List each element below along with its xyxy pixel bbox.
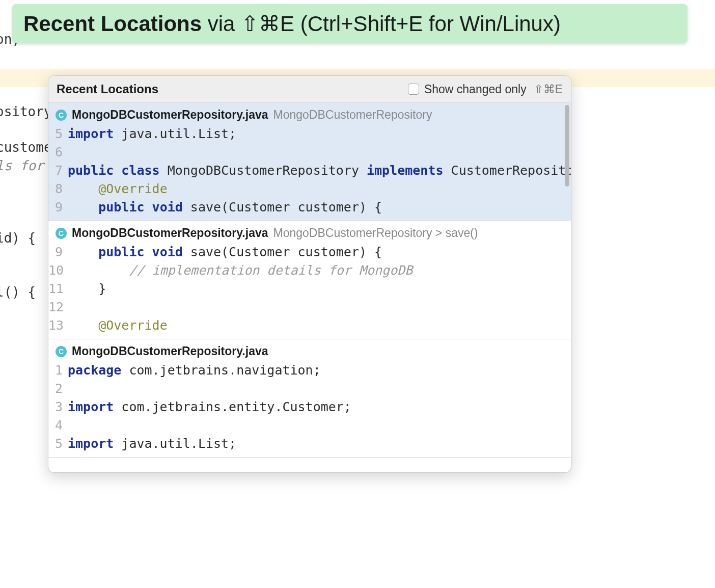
line-number: 4 xyxy=(48,416,68,435)
line-number: 6 xyxy=(48,143,68,162)
line-number: 8 xyxy=(48,180,68,198)
line-number: 9 xyxy=(48,243,68,261)
entry-header: CMongoDBCustomerRepository.java xyxy=(48,339,571,360)
code-line: 2 xyxy=(48,380,571,398)
code-line: 13 @Override xyxy=(48,316,571,335)
code-line: 9 public void save(Customer customer) { xyxy=(48,198,571,217)
line-number: 12 xyxy=(48,298,68,316)
class-icon: C xyxy=(56,228,67,239)
code-line: 9 public void save(Customer customer) { xyxy=(48,243,571,261)
line-number: 1 xyxy=(48,361,68,380)
banner-title-bold: Recent Locations xyxy=(23,12,202,36)
class-icon: C xyxy=(56,110,67,121)
tip-banner: Recent Locations via ⇧⌘E (Ctrl+Shift+E f… xyxy=(12,4,688,43)
code-line: 8 @Override xyxy=(48,180,571,198)
code-content: import com.jetbrains.entity.Customer; xyxy=(68,398,351,416)
entry-header: CMongoDBCustomerRepository.javaMongoDBCu… xyxy=(48,221,571,242)
entry-header: CMongoDBCustomerRepository.javaMongoDBCu… xyxy=(48,103,571,124)
code-line: 3import com.jetbrains.entity.Customer; xyxy=(48,398,571,416)
location-entry[interactable]: CMongoDBCustomerRepository.javaMongoDBCu… xyxy=(48,221,571,339)
bg-code-fragment: ls for xyxy=(0,158,44,173)
code-line: 7public class MongoDBCustomerRepository … xyxy=(48,162,571,180)
line-number: 2 xyxy=(48,380,68,398)
code-line: 5import java.util.List; xyxy=(48,435,571,453)
code-content: public void save(Customer customer) { xyxy=(68,243,382,261)
line-number: 3 xyxy=(48,398,68,416)
code-content: import java.util.List; xyxy=(68,435,236,453)
show-changed-only-label: Show changed only xyxy=(424,83,527,96)
code-line: 1package com.jetbrains.navigation; xyxy=(48,361,571,380)
location-entry[interactable]: CMongoDBCustomerRepository.java1package … xyxy=(48,339,571,458)
code-line: 12 xyxy=(48,298,571,316)
code-block: 5import java.util.List;67public class Mo… xyxy=(48,124,571,221)
popup-header: Recent Locations Show changed only ⇧⌘E xyxy=(48,76,571,103)
line-number: 13 xyxy=(48,316,68,335)
show-changed-only-checkbox[interactable] xyxy=(408,84,419,95)
bg-code-fragment: l() { xyxy=(0,284,36,300)
code-content: // implementation details for MongoDB xyxy=(68,261,413,280)
code-content: @Override xyxy=(68,316,168,335)
recent-locations-popup: Recent Locations Show changed only ⇧⌘E C… xyxy=(48,75,571,473)
line-number: 10 xyxy=(48,261,68,280)
code-content: public void save(Customer customer) { xyxy=(68,198,382,217)
line-number: 9 xyxy=(48,198,68,217)
code-content: package com.jetbrains.navigation; xyxy=(68,361,321,380)
line-number: 5 xyxy=(48,435,68,453)
code-content: public class MongoDBCustomerRepository i… xyxy=(68,162,571,180)
location-entry[interactable]: CMongoDBCustomerRepository.javaMongoDBCu… xyxy=(48,103,571,221)
code-line: 5import java.util.List; xyxy=(48,125,571,143)
show-changed-only-shortcut: ⇧⌘E xyxy=(534,83,563,96)
code-block: 9 public void save(Customer customer) {1… xyxy=(48,242,571,339)
class-icon: C xyxy=(56,346,67,357)
code-line: 10 // implementation details for MongoDB xyxy=(48,261,571,280)
code-content: import java.util.List; xyxy=(68,125,236,143)
line-number: 11 xyxy=(48,280,68,298)
line-number: 5 xyxy=(48,125,68,143)
entry-filename: MongoDBCustomerRepository.java xyxy=(72,108,268,122)
bg-code-fragment: id) { xyxy=(0,230,36,246)
code-content: @Override xyxy=(68,180,168,198)
entry-filename: MongoDBCustomerRepository.java xyxy=(72,226,268,240)
entry-breadcrumb: MongoDBCustomerRepository > save() xyxy=(273,226,478,240)
code-content: } xyxy=(68,280,106,298)
bg-code-fragment: ository xyxy=(0,104,52,119)
banner-title-rest: via ⇧⌘E (Ctrl+Shift+E for Win/Linux) xyxy=(202,12,561,36)
entry-breadcrumb: MongoDBCustomerRepository xyxy=(273,108,432,122)
code-line: 11 } xyxy=(48,280,571,298)
code-line: 6 xyxy=(48,143,571,162)
code-line: 4 xyxy=(48,416,571,435)
scrollbar-thumb[interactable] xyxy=(565,105,569,186)
popup-header-right: Show changed only ⇧⌘E xyxy=(408,83,563,96)
entry-filename: MongoDBCustomerRepository.java xyxy=(72,344,268,358)
code-block: 1package com.jetbrains.navigation;23impo… xyxy=(48,360,571,457)
popup-title: Recent Locations xyxy=(57,82,158,96)
popup-body[interactable]: CMongoDBCustomerRepository.javaMongoDBCu… xyxy=(48,103,571,472)
line-number: 7 xyxy=(48,162,68,180)
